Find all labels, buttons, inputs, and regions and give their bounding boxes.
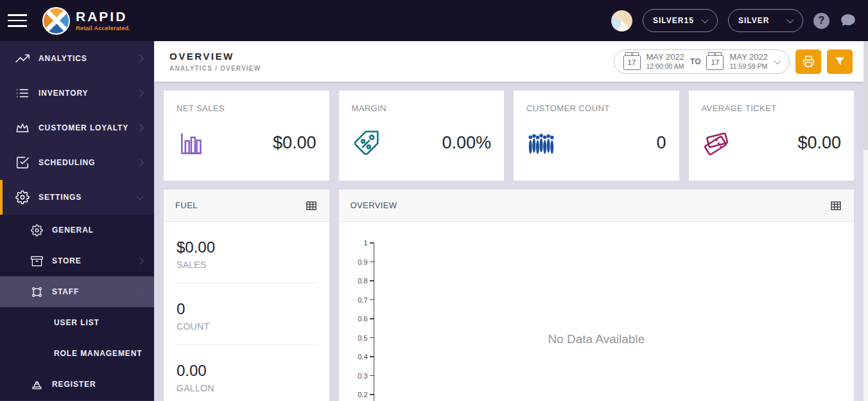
fuel-label: COUNT xyxy=(177,321,317,332)
sidebar-item-register[interactable]: REGISTER xyxy=(0,369,154,400)
chevron-down-icon xyxy=(701,16,708,23)
gear-icon xyxy=(15,190,30,204)
filter-button[interactable] xyxy=(827,49,853,74)
overview-panel-header: OVERVIEW xyxy=(339,190,855,222)
sidebar-item-settings[interactable]: SETTINGS xyxy=(0,180,154,215)
sidebar-item-user-list[interactable]: USER LIST xyxy=(0,307,154,338)
sidebar-item-label: ANALYTICS xyxy=(39,54,87,63)
page-title: OVERVIEW xyxy=(169,51,261,62)
from-day: 17 xyxy=(628,58,636,66)
y-axis-line xyxy=(374,243,374,401)
sidebar-item-inventory[interactable]: INVENTORY xyxy=(0,76,154,111)
help-icon[interactable]: ? xyxy=(813,13,829,29)
sidebar-item-general[interactable]: GENERAL xyxy=(0,215,154,245)
fuel-value: 0 xyxy=(177,300,317,318)
archive-box-icon xyxy=(31,255,43,267)
cash-register-icon xyxy=(31,379,43,391)
sidebar-item-label: ROLE MANAGEMENT xyxy=(54,349,143,358)
bar-chart-icon xyxy=(177,129,205,157)
price-tag-percent-icon xyxy=(352,129,380,157)
sidebar-item-store[interactable]: STORE xyxy=(0,245,154,276)
chat-icon[interactable] xyxy=(840,12,856,29)
table-grid-icon[interactable] xyxy=(305,199,318,212)
kpi-value: 0.00% xyxy=(442,133,491,153)
kpi-label: CUSTOMER COUNT xyxy=(526,103,666,113)
kpi-value: $0.00 xyxy=(273,133,317,153)
sidebar-item-label: SCHEDULING xyxy=(39,158,95,167)
fuel-value: $0.00 xyxy=(177,238,317,256)
avatar[interactable] xyxy=(611,10,632,31)
sidebar-item-label: INVENTORY xyxy=(39,89,88,98)
fuel-metric-sales: $0.00 SALES xyxy=(175,222,318,283)
account-selector-dropdown[interactable]: SILVER xyxy=(728,9,803,32)
overview-chart: 10.90.80.70.60.50.40.30.2 No Data Availa… xyxy=(339,222,855,401)
sidebar-item-label: STORE xyxy=(52,256,82,265)
fuel-value: 0.00 xyxy=(177,362,317,380)
chevron-right-icon xyxy=(136,55,143,62)
chevron-down-icon xyxy=(774,57,781,64)
logo-subtitle: Retail Accelerated. xyxy=(76,24,130,31)
store-selector-label: SILVER15 xyxy=(653,16,694,25)
chevron-right-icon xyxy=(136,89,143,96)
kpi-value: $0.00 xyxy=(797,133,841,153)
store-selector-dropdown[interactable]: SILVER15 xyxy=(643,9,718,32)
tickets-icon xyxy=(702,129,730,157)
kpi-label: NET SALES xyxy=(177,103,317,113)
crown-icon xyxy=(15,121,30,135)
chevron-down-icon xyxy=(786,16,794,23)
to-month: MAY 2022 xyxy=(729,53,768,62)
sidebar: ANALYTICS INVENTORY CUSTOMER LOYALTY SCH… xyxy=(0,41,154,401)
from-month: MAY 2022 xyxy=(647,53,685,62)
sidebar-item-label: SETTINGS xyxy=(39,193,82,202)
date-range-separator: TO xyxy=(690,57,700,66)
logo-title: RAPID xyxy=(76,10,130,23)
sidebar-item-staff[interactable]: STAFF xyxy=(0,276,154,307)
fuel-label: GALLON xyxy=(177,383,317,393)
no-data-message: No Data Available xyxy=(548,332,645,346)
breadcrumb: ANALYTICS / OVERVIEW xyxy=(169,65,261,72)
trending-up-icon xyxy=(15,51,30,66)
logo-mark-icon xyxy=(42,7,70,35)
kpi-value: 0 xyxy=(656,133,666,153)
printer-icon xyxy=(803,55,815,67)
account-selector-label: SILVER xyxy=(738,16,769,25)
kpi-card-customer-count: CUSTOMER COUNT 0 xyxy=(514,91,679,181)
from-time: 12:00:00 AM xyxy=(647,62,685,70)
network-icon xyxy=(31,286,43,298)
date-range-picker[interactable]: 17 MAY 2022 12:00:00 AM TO 17 MAY 2022 1… xyxy=(614,49,790,74)
to-day: 17 xyxy=(711,58,720,66)
fuel-metric-count: 0 COUNT xyxy=(175,283,318,345)
main-content: OVERVIEW ANALYTICS / OVERVIEW 17 MAY 202… xyxy=(154,41,864,401)
chevron-down-icon xyxy=(136,193,143,200)
check-square-icon xyxy=(15,156,30,170)
hamburger-icon[interactable] xyxy=(8,10,37,31)
sidebar-item-label: REGISTER xyxy=(52,380,96,389)
sidebar-item-customer-loyalty[interactable]: CUSTOMER LOYALTY xyxy=(0,111,154,145)
sidebar-item-scheduling[interactable]: SCHEDULING xyxy=(0,145,154,180)
fuel-metric-gallon: 0.00 GALLON xyxy=(175,345,318,401)
chevron-right-icon xyxy=(136,159,143,166)
calendar-icon: 17 xyxy=(706,55,724,70)
overview-panel: OVERVIEW 10.90.80.70.60.50.40.30.2 No Da… xyxy=(339,190,855,401)
fuel-panel: FUEL $0.00 SALES 0 COUNT 0.00 GALLON xyxy=(164,190,329,401)
scrollbar-thumb[interactable] xyxy=(864,41,868,150)
kpi-card-net-sales: NET SALES $0.00 xyxy=(164,91,329,181)
sidebar-item-role-management[interactable]: ROLE MANAGEMENT xyxy=(0,338,154,369)
sidebar-item-label: USER LIST xyxy=(54,318,100,327)
fuel-panel-header: FUEL xyxy=(164,190,329,222)
chevron-right-icon xyxy=(136,124,143,131)
panel-title: FUEL xyxy=(175,201,198,210)
vertical-scrollbar[interactable] xyxy=(864,41,868,401)
sidebar-item-label: STAFF xyxy=(52,287,79,296)
table-grid-icon[interactable] xyxy=(829,199,842,212)
kpi-label: MARGIN xyxy=(352,103,492,113)
to-time: 11:59:59 PM xyxy=(729,62,768,70)
topbar: RAPID Retail Accelerated. SILVER15 SILVE… xyxy=(0,0,868,41)
print-button[interactable] xyxy=(795,49,821,74)
people-group-icon xyxy=(526,130,556,157)
list-icon xyxy=(15,86,30,100)
sidebar-item-analytics[interactable]: ANALYTICS xyxy=(0,41,154,76)
chevron-right-icon xyxy=(136,257,143,264)
rapid-logo[interactable]: RAPID Retail Accelerated. xyxy=(42,7,130,35)
filter-icon xyxy=(834,56,846,67)
